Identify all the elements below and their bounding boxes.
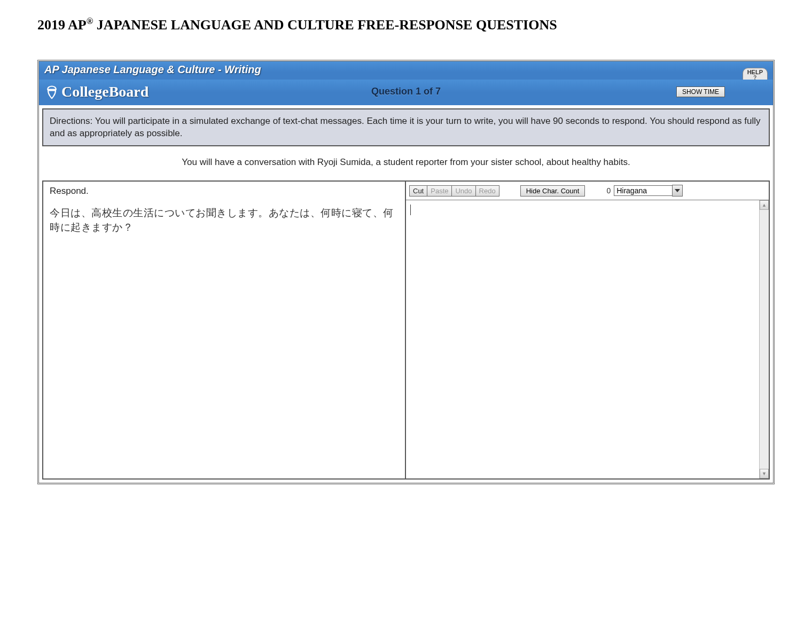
window-title: AP Japanese Language & Culture - Writing: [44, 64, 261, 76]
app-window: AP Japanese Language & Culture - Writing…: [37, 60, 775, 485]
redo-button[interactable]: Redo: [475, 185, 499, 197]
japanese-prompt: 今日は、高校生の生活についてお聞きします。あなたは、何時に寝て、何時に起きますか…: [50, 206, 399, 234]
registered-mark: ®: [87, 16, 93, 26]
scroll-up-button[interactable]: ▲: [760, 200, 769, 210]
respond-label: Respond.: [50, 186, 399, 197]
paste-button[interactable]: Paste: [427, 185, 452, 197]
show-time-button[interactable]: SHOW TIME: [676, 87, 725, 97]
undo-button[interactable]: Undo: [451, 185, 475, 197]
cut-button[interactable]: Cut: [409, 185, 427, 197]
response-pane: Cut Paste Undo Redo Hide Char. Count 0 H…: [406, 182, 769, 478]
ime-mode-value: Hiragana: [616, 186, 647, 195]
svg-marker-0: [675, 189, 680, 192]
scroll-down-button[interactable]: ▼: [760, 469, 769, 478]
hide-char-count-button[interactable]: Hide Char. Count: [520, 185, 585, 197]
text-cursor: [410, 205, 411, 215]
chevron-down-icon: [675, 189, 680, 192]
workspace: Respond. 今日は、高校生の生活についてお聞きします。あなたは、何時に寝て…: [42, 180, 770, 480]
context-line: You will have a conversation with Ryoji …: [39, 150, 773, 180]
directions-box: Directions: You will participate in a si…: [42, 108, 770, 147]
title-suffix: JAPANESE LANGUAGE AND CULTURE FREE-RESPO…: [93, 17, 557, 33]
logo-text: CollegeBoard: [61, 83, 149, 100]
prompt-pane: Respond. 今日は、高校生の生活についてお聞きします。あなたは、何時に寝て…: [43, 182, 406, 478]
collegeboard-logo: CollegeBoard: [44, 83, 149, 100]
document-title: 2019 AP® JAPANESE LANGUAGE AND CULTURE F…: [37, 16, 775, 33]
help-label: HELP: [747, 69, 763, 75]
question-counter: Question 1 of 7: [371, 86, 441, 97]
brand-bar: CollegeBoard Question 1 of 7 SHOW TIME: [39, 80, 773, 105]
ime-selector: 0 Hiragana: [606, 185, 683, 197]
title-prefix: 2019 AP: [37, 17, 87, 33]
window-titlebar: AP Japanese Language & Culture - Writing…: [39, 61, 773, 80]
ime-mode-select[interactable]: Hiragana: [614, 185, 673, 196]
char-count-value: 0: [606, 186, 611, 195]
response-textarea[interactable]: ▲ ▼: [406, 200, 769, 478]
vertical-scrollbar[interactable]: ▲ ▼: [759, 200, 769, 478]
editor-toolbar: Cut Paste Undo Redo Hide Char. Count 0 H…: [406, 182, 769, 200]
ime-dropdown-button[interactable]: [672, 185, 683, 197]
acorn-icon: [44, 84, 59, 99]
